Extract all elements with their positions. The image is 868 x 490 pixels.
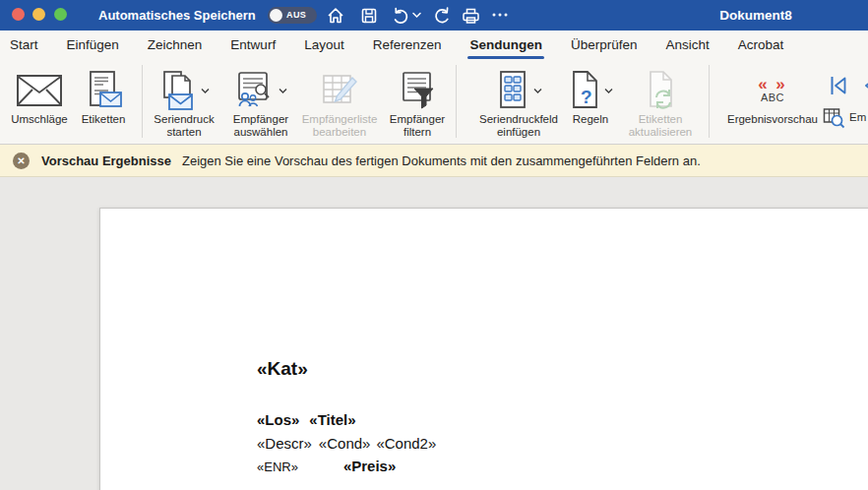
empfaenger-suchen-label: Em (849, 111, 866, 124)
undo-dropdown-chevron-icon[interactable] (412, 12, 432, 31)
preview-results-infobar: ✕ Vorschau Ergebnisse Zeigen Sie eine Vo… (0, 145, 868, 177)
document-area: «Kat» «Los»«Titel» «Descr»«Cond»«Cond2» … (0, 177, 868, 490)
update-labels-icon (644, 71, 677, 110)
abc-icon-text: ABC (761, 92, 784, 103)
envelope-icon (17, 75, 62, 106)
dropdown-chevron-icon (279, 88, 287, 94)
regeln-button[interactable]: ? Regeln (561, 68, 620, 126)
minimize-window-button[interactable] (32, 8, 45, 21)
ribbon-separator (142, 65, 143, 138)
umschlaege-button[interactable]: Umschläge (2, 68, 77, 126)
select-recipients-icon (234, 71, 276, 110)
print-button[interactable] (461, 6, 480, 26)
empfaenger-auswaehlen-button[interactable]: Empfänger auswählen (221, 68, 300, 139)
tab-ueberpruefen[interactable]: Überprüfen (571, 31, 638, 60)
toggle-knob-icon (270, 9, 282, 22)
merge-field-cond: «Cond» (319, 435, 371, 452)
empfaenger-suchen-button[interactable]: Em (823, 106, 866, 129)
document-title: Dokument8 (687, 0, 825, 31)
ribbon-separator (456, 65, 457, 138)
autosave-state: AUS (286, 7, 306, 24)
svg-text:?: ? (581, 87, 592, 107)
autosave-label: Automatisches Speichern (98, 0, 256, 31)
zoom-window-button[interactable] (54, 8, 67, 21)
insert-merge-field-icon (495, 71, 530, 110)
tab-zeichnen[interactable]: Zeichnen (148, 31, 203, 60)
merge-field-enr: «ENR» (257, 459, 298, 474)
ribbon-separator (709, 65, 710, 138)
home-button[interactable] (326, 6, 345, 26)
merge-field-line-2: «Descr»«Cond»«Cond2» (257, 435, 436, 452)
merge-field-preis: «Preis» (343, 458, 396, 474)
dropdown-chevron-icon (533, 88, 542, 94)
redo-button[interactable] (432, 6, 452, 26)
tab-sendungen[interactable]: Sendungen (469, 31, 542, 60)
empfaenger-filtern-label: Empfänger filtern (379, 113, 456, 139)
empfaengerliste-bearbeiten-label: Empfängerliste bearbeiten (298, 113, 381, 139)
ergebnisvorschau-label: Ergebnisvorschau (714, 113, 831, 126)
tab-start[interactable]: Start (10, 31, 38, 60)
merge-field-cond2: «Cond2» (376, 435, 436, 452)
etiketten-aktualisieren-button: Etiketten aktualisieren (620, 68, 701, 139)
undo-button[interactable] (391, 6, 410, 26)
umschlaege-label: Umschläge (2, 113, 77, 126)
etiketten-button[interactable]: Etiketten (69, 68, 138, 126)
empfaenger-filtern-button[interactable]: Empfänger filtern (379, 68, 456, 139)
start-mail-merge-icon (158, 70, 198, 111)
infobar-message: Zeigen Sie eine Vorschau des fertigen Do… (182, 153, 701, 168)
find-recipient-icon (823, 106, 845, 129)
first-record-icon (830, 75, 847, 96)
ellipsis-icon (491, 8, 509, 22)
print-icon (461, 6, 481, 26)
rules-icon: ? (568, 71, 601, 110)
merge-field-line-3: «ENR»«Preis» (257, 458, 396, 474)
word-window: Automatisches Speichern AUS Dokument8 St (0, 0, 868, 490)
previous-record-icon (860, 75, 868, 96)
etiketten-aktualisieren-label: Etiketten aktualisieren (620, 113, 701, 139)
dismiss-infobar-icon[interactable]: ✕ (13, 153, 30, 169)
previous-record-button[interactable] (860, 75, 868, 100)
preview-results-icon: « » (758, 78, 787, 92)
tab-layout[interactable]: Layout (304, 31, 344, 60)
filter-recipients-icon (398, 71, 437, 110)
merge-field-descr: «Descr» (257, 435, 312, 452)
ribbon: Umschläge Etiketten Seriendruck starten … (0, 60, 868, 145)
regeln-label: Regeln (561, 113, 620, 126)
home-icon (326, 6, 345, 26)
tab-referenzen[interactable]: Referenzen (373, 31, 442, 60)
dropdown-chevron-icon (604, 88, 613, 94)
tab-ansicht[interactable]: Ansicht (666, 31, 710, 60)
close-window-button[interactable] (12, 8, 25, 21)
first-record-button[interactable] (830, 75, 847, 100)
labels-icon (84, 71, 123, 110)
save-button[interactable] (359, 6, 379, 26)
empfaenger-auswaehlen-label: Empfänger auswählen (221, 113, 300, 139)
more-toolbar-button[interactable] (491, 8, 511, 28)
autosave-toggle[interactable]: AUS (268, 7, 317, 24)
tab-entwurf[interactable]: Entwurf (230, 31, 276, 60)
merge-field-titel: «Titel» (309, 411, 355, 428)
seriendruckfeld-einfuegen-label: Seriendruckfeld einfügen (461, 113, 577, 139)
merge-field-line-1: «Los»«Titel» (257, 411, 356, 428)
save-icon (359, 6, 379, 26)
ergebnisvorschau-button[interactable]: « » ABC Ergebnisvorschau (714, 68, 831, 126)
seriendruck-starten-button[interactable]: Seriendruck starten (145, 68, 223, 139)
document-page[interactable]: «Kat» «Los»«Titel» «Descr»«Cond»«Cond2» … (99, 208, 868, 490)
undo-icon (391, 6, 410, 26)
tab-acrobat[interactable]: Acrobat (738, 31, 784, 60)
merge-field-kat: «Kat» (257, 358, 308, 380)
seriendruckfeld-einfuegen-button[interactable]: Seriendruckfeld einfügen (461, 68, 577, 139)
redo-icon (432, 6, 452, 26)
edit-recipient-list-icon (319, 71, 360, 110)
dropdown-chevron-icon (201, 88, 210, 94)
infobar-title: Vorschau Ergebnisse (41, 153, 171, 168)
seriendruck-starten-label: Seriendruck starten (145, 113, 223, 139)
merge-field-los: «Los» (257, 411, 299, 428)
tab-einfuegen[interactable]: Einfügen (67, 31, 119, 60)
empfaengerliste-bearbeiten-button: Empfängerliste bearbeiten (298, 68, 381, 139)
etiketten-label: Etiketten (69, 113, 138, 126)
titlebar: Automatisches Speichern AUS Dokument8 (0, 0, 868, 31)
ribbon-tab-bar: Start Einfügen Zeichnen Entwurf Layout R… (0, 31, 868, 60)
